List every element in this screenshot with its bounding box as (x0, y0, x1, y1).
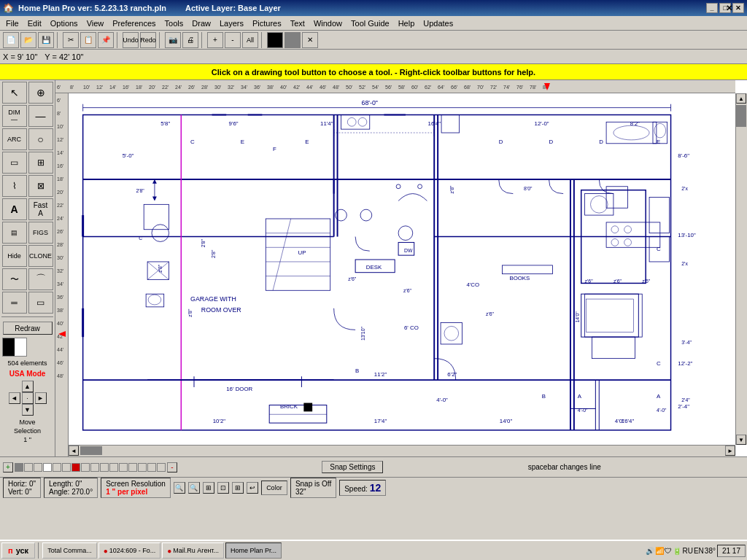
zoom-out-btn[interactable]: 🔍 (174, 482, 185, 494)
menu-preferences[interactable]: Preferences (108, 18, 160, 29)
tool-select-cross[interactable]: ⊕ (28, 82, 53, 104)
taskbar-item-1[interactable]: Total Comma... (42, 542, 97, 559)
canvas-area[interactable]: 6' 8' 10' 12' 14' 16' 18' 20' 22' 24' 26… (55, 80, 747, 456)
snap-dot-4[interactable] (43, 463, 52, 472)
close-button[interactable]: ✕ (732, 3, 744, 13)
menu-file[interactable]: File (1, 18, 23, 29)
menu-updates[interactable]: Updates (419, 18, 457, 29)
minimize-button[interactable]: _ (706, 3, 718, 13)
menu-layers[interactable]: Layers (215, 18, 248, 29)
menu-draw[interactable]: Draw (187, 18, 215, 29)
menu-toolguide[interactable]: Tool Guide (347, 18, 394, 29)
tool-spline[interactable]: ⌒ (28, 268, 53, 290)
scroll-down[interactable]: ▼ (736, 435, 746, 445)
tool-line[interactable]: — (28, 105, 53, 127)
tb-copy[interactable]: 📋 (80, 32, 96, 48)
tool-figs2[interactable]: FIGS (28, 222, 53, 244)
zoom-ext-btn[interactable]: ⊞ (232, 482, 244, 494)
scroll-left[interactable]: ◄ (69, 446, 79, 456)
arrow-right[interactable]: ► (35, 392, 47, 404)
snap-dot-9[interactable] (90, 463, 99, 472)
tool-text[interactable]: A (2, 198, 27, 220)
scrollbar-bottom[interactable]: ◄ ► (69, 445, 735, 456)
arrow-up[interactable]: ▲ (22, 381, 34, 392)
snap-dot-6[interactable] (62, 463, 71, 472)
tool-select-arrow[interactable]: ↖ (2, 82, 27, 104)
tool-grid[interactable]: ⊞ (28, 152, 53, 174)
snap-dot-11[interactable] (109, 463, 118, 472)
tool-wave[interactable]: 〜 (2, 268, 27, 290)
scroll-up[interactable]: ▲ (736, 93, 746, 104)
taskbar-item-3[interactable]: ●Mail.Ru Агент... (162, 542, 224, 559)
menu-pictures[interactable]: Pictures (248, 18, 286, 29)
zoom-box-btn[interactable]: ⊡ (217, 482, 229, 494)
tb-paste[interactable]: 📌 (98, 32, 114, 48)
arrow-left[interactable]: ◄ (9, 392, 20, 404)
tb-zoom-in[interactable]: + (207, 32, 223, 48)
snap-dot-10[interactable] (100, 463, 109, 472)
redraw-button[interactable]: Redraw (3, 322, 53, 335)
tool-figs1[interactable]: ▤ (2, 222, 27, 244)
snap-dot-2[interactable] (24, 463, 33, 472)
color-box[interactable]: Color (261, 481, 287, 495)
drawing-canvas[interactable]: 68'-0" 8'-6" 13'-10" 12'-2" 2'-4" 5'-0" … (69, 93, 735, 445)
arrow-center[interactable]: · (22, 392, 34, 404)
snap-dot-15[interactable] (147, 463, 156, 472)
tool-clone[interactable]: CLONE (28, 245, 53, 267)
start-button[interactable]: пуск (1, 542, 35, 559)
tb-redo[interactable]: Redo (140, 32, 156, 48)
menu-edit[interactable]: Edit (23, 18, 46, 29)
tool-poly[interactable]: ⌇ (2, 175, 27, 197)
snap-dot-14[interactable] (138, 463, 147, 472)
snap-dot-3[interactable] (34, 463, 42, 472)
snap-dot-5[interactable] (53, 463, 61, 472)
menu-help[interactable]: Help (394, 18, 419, 29)
tb-cut[interactable]: ✂ (63, 32, 79, 48)
snap-dot-1[interactable] (15, 463, 23, 472)
arrow-down[interactable]: ▼ (22, 404, 34, 416)
zoom-in-btn[interactable]: 🔍 (188, 482, 200, 494)
menu-text[interactable]: Text (286, 18, 309, 29)
snap-dot-12[interactable] (119, 463, 128, 472)
tb-zoom-all[interactable]: All (242, 32, 258, 48)
scroll-thumb[interactable] (736, 105, 746, 127)
tool-wall[interactable]: ═ (2, 292, 27, 314)
tool-hide[interactable]: Hide (2, 245, 27, 267)
menu-window[interactable]: Window (309, 18, 347, 29)
tool-circle[interactable]: ○ (28, 128, 53, 150)
taskbar-item-4[interactable]: Home Plan Pr... (225, 542, 282, 559)
tb-eraser[interactable]: ✕ (302, 32, 318, 48)
tb-undo[interactable]: Undo (123, 32, 139, 48)
tb-camera[interactable]: 📷 (165, 32, 181, 48)
tb-open[interactable]: 📂 (20, 32, 36, 48)
snap-dot-8[interactable] (81, 463, 90, 472)
snap-dot-16[interactable] (157, 463, 166, 472)
tb-color2[interactable] (285, 32, 301, 48)
tool-text-fast[interactable]: FastA (28, 198, 53, 220)
snap-dot-13[interactable] (128, 463, 137, 472)
tool-dim[interactable]: DIM— (2, 105, 27, 127)
hint-close[interactable]: ✕ (726, 4, 732, 13)
color-swatch[interactable] (2, 338, 27, 357)
zoom-prev-btn[interactable]: ↩ (247, 482, 258, 494)
tool-hatch[interactable]: ⊠ (28, 175, 53, 197)
snap-add[interactable]: + (3, 462, 13, 472)
menu-tools[interactable]: Tools (160, 18, 188, 29)
tool-rect2[interactable]: ▭ (28, 292, 53, 314)
tool-arc[interactable]: ARC (2, 128, 27, 150)
taskbar-item-2[interactable]: ●1024:609 - Fo... (98, 542, 161, 559)
menu-options[interactable]: Options (46, 18, 82, 29)
tb-color1[interactable] (267, 32, 283, 48)
tb-new[interactable]: 📄 (3, 32, 19, 48)
tb-print[interactable]: 🖨 (182, 32, 198, 48)
menu-view[interactable]: View (82, 18, 109, 29)
snap-settings-button[interactable]: Snap Settings (322, 461, 383, 473)
tool-rect[interactable]: ▭ (2, 152, 27, 174)
tb-zoom-out[interactable]: - (225, 32, 241, 48)
zoom-full-btn[interactable]: ⊞ (203, 482, 214, 494)
snap-dot-7[interactable] (71, 463, 80, 472)
scroll-right[interactable]: ► (725, 446, 735, 456)
scrollbar-right[interactable]: ▲ ▼ (735, 93, 747, 445)
scroll-h-thumb[interactable] (80, 446, 102, 455)
tb-save[interactable]: 💾 (38, 32, 54, 48)
